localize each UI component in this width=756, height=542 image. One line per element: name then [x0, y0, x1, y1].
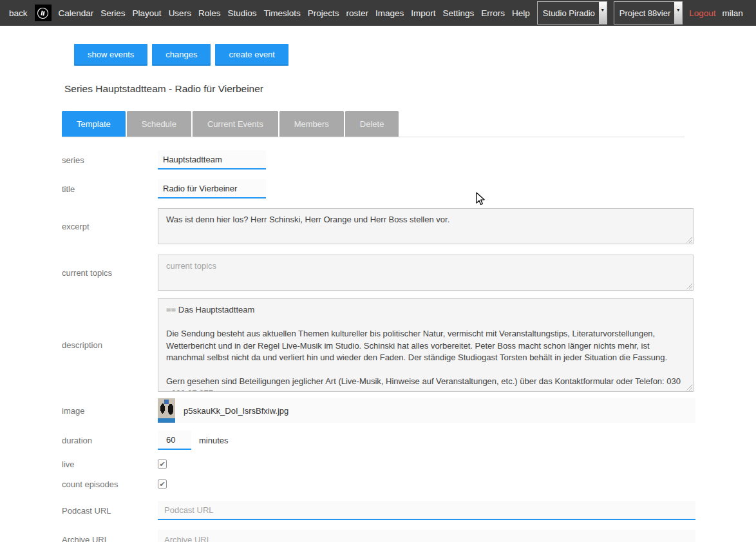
template-form: series title excerpt Was ist denn hier l… [62, 150, 756, 542]
count-episodes-label: count episodes [62, 479, 158, 489]
tab-schedule[interactable]: Schedule [127, 111, 191, 137]
series-row: series [62, 150, 756, 169]
top-nav: back Calendar Series Playout Users Roles… [0, 0, 756, 26]
toolbar: show events changes create event [74, 44, 756, 66]
excerpt-row: excerpt Was ist denn hier los? Herr Schi… [62, 208, 756, 244]
title-input[interactable] [158, 179, 266, 198]
image-filename: p5skauKk_DoI_lsrsBfxiw.jpg [184, 406, 288, 416]
image-field: p5skauKk_DoI_lsrsBfxiw.jpg [158, 398, 695, 423]
current-topics-textarea[interactable] [158, 255, 694, 291]
nav-item-calendar[interactable]: Calendar [59, 8, 94, 18]
tab-delete[interactable]: Delete [345, 111, 399, 137]
tab-template[interactable]: Template [62, 111, 126, 137]
nav-item-settings[interactable]: Settings [443, 8, 475, 18]
main-content: show events changes create event Series … [0, 26, 756, 542]
image-row: image p5skauKk_DoI_lsrsBfxiw.jpg [62, 398, 756, 423]
nav-item-roster[interactable]: roster [346, 8, 368, 18]
dropdown-arrow-icon: ▼ [599, 2, 607, 24]
duration-suffix: minutes [199, 436, 229, 445]
studio-select-value: Studio Piradio [538, 2, 599, 24]
checkmark-icon: ✔ [159, 480, 165, 487]
checkmark-icon: ✔ [159, 460, 165, 467]
count-episodes-row: count episodes ✔ [62, 479, 756, 489]
dropdown-arrow-icon: ▼ [674, 2, 682, 24]
archive-url-input[interactable] [158, 530, 695, 542]
live-label: live [62, 460, 158, 469]
live-row: live ✔ [62, 459, 756, 469]
series-input[interactable] [158, 150, 266, 169]
create-event-button[interactable]: create event [215, 44, 288, 66]
nav-item-playout[interactable]: Playout [133, 8, 162, 18]
project-select[interactable]: Project 88vier ▼ [614, 1, 683, 24]
title-row: title [62, 179, 756, 198]
archive-url-label: Archive URL [62, 535, 158, 542]
description-textarea[interactable]: == Das Hauptstadtteam Die Sendung besteh… [158, 298, 694, 392]
duration-row: duration minutes [62, 431, 756, 450]
image-thumbnail[interactable] [158, 398, 175, 423]
tab-bar: Template Schedule Current Events Members… [62, 111, 685, 137]
nav-item-studios[interactable]: Studios [227, 8, 256, 18]
nav-right-group: Studio Piradio ▼ Project 88vier ▼ Logout… [537, 1, 743, 24]
page-title: Series Hauptstadtteam - Radio für Vierbe… [64, 83, 756, 95]
nav-item-series[interactable]: Series [100, 8, 125, 18]
current-topics-row: current topics [62, 255, 756, 291]
nav-item-users[interactable]: Users [169, 8, 191, 18]
image-label: image [62, 406, 158, 416]
nav-item-errors[interactable]: Errors [481, 8, 505, 18]
podcast-url-input[interactable] [158, 501, 695, 520]
count-episodes-checkbox[interactable]: ✔ [158, 479, 167, 489]
nav-item-projects[interactable]: Projects [308, 8, 339, 18]
title-label: title [62, 184, 158, 194]
duration-label: duration [62, 436, 158, 445]
excerpt-textarea[interactable]: Was ist denn hier los? Herr Schinski, He… [158, 208, 694, 244]
description-label: description [62, 340, 158, 350]
excerpt-label: excerpt [62, 222, 158, 231]
live-checkbox[interactable]: ✔ [158, 460, 167, 469]
podcast-url-label: Podcast URL [62, 506, 158, 516]
username: milan [723, 8, 743, 18]
nav-item-timeslots[interactable]: Timeslots [263, 8, 300, 18]
nav-item-import[interactable]: Import [411, 8, 435, 18]
back-link[interactable]: back [9, 8, 28, 18]
logout-link[interactable]: Logout [689, 8, 715, 18]
nav-item-roles[interactable]: Roles [198, 8, 221, 18]
nav-item-images[interactable]: Images [375, 8, 404, 18]
tab-current-events[interactable]: Current Events [193, 111, 278, 137]
current-topics-label: current topics [62, 268, 158, 278]
series-label: series [62, 155, 158, 165]
nav-item-help[interactable]: Help [512, 8, 530, 18]
show-events-button[interactable]: show events [74, 44, 147, 66]
podcast-url-row: Podcast URL [62, 501, 756, 520]
archive-url-row: Archive URL [62, 530, 756, 542]
duration-input[interactable] [158, 431, 191, 450]
piradio-logo-icon[interactable] [35, 5, 52, 21]
description-row: description == Das Hauptstadtteam Die Se… [62, 298, 756, 392]
logo-circle [36, 6, 49, 19]
changes-button[interactable]: changes [152, 44, 211, 66]
project-select-value: Project 88vier [614, 2, 674, 24]
tab-members[interactable]: Members [279, 111, 344, 137]
studio-select[interactable]: Studio Piradio ▼ [537, 1, 607, 24]
